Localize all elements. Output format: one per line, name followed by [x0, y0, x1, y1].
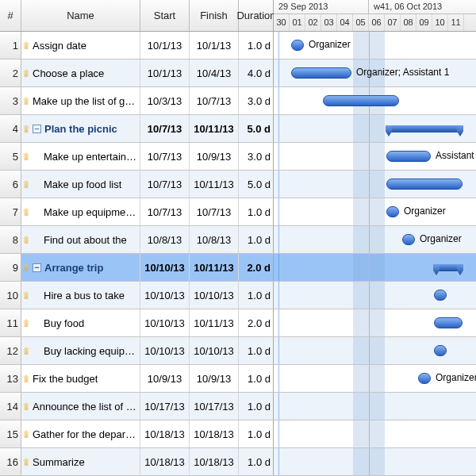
task-name-cell[interactable]: Fix the budget — [21, 365, 140, 392]
task-timeline[interactable] — [274, 393, 476, 420]
task-timeline[interactable] — [274, 420, 476, 447]
task-name-cell[interactable]: Make up equipment list — [21, 198, 140, 225]
task-start[interactable]: 10/1/13 — [140, 60, 190, 86]
task-row[interactable]: 16Summarize10/18/1310/18/131.0 d — [0, 448, 476, 476]
task-start[interactable]: 10/8/13 — [140, 226, 190, 253]
task-row[interactable]: 3Make up the list of guests10/3/1310/7/1… — [0, 87, 476, 115]
task-duration[interactable]: 5.0 d — [239, 115, 274, 142]
task-name-cell[interactable]: Make up food list — [21, 171, 140, 198]
task-row[interactable]: 6Make up food list10/7/1310/11/135.0 d — [0, 171, 476, 198]
gantt-summary-bar[interactable] — [386, 125, 463, 132]
task-timeline[interactable] — [274, 282, 476, 309]
col-header-name[interactable]: Name — [21, 0, 140, 31]
collapse-icon[interactable]: − — [33, 263, 41, 272]
task-finish[interactable]: 10/11/13 — [190, 309, 239, 336]
task-row[interactable]: 14Announce the list of the10/17/1310/17/… — [0, 393, 476, 420]
col-header-finish[interactable]: Finish — [190, 0, 239, 31]
task-duration[interactable]: 5.0 d — [239, 171, 274, 198]
task-timeline[interactable] — [274, 448, 476, 475]
task-name-cell[interactable]: Hire a bus to take — [21, 282, 140, 309]
task-finish[interactable]: 10/11/13 — [190, 254, 239, 281]
task-duration[interactable]: 1.0 d — [239, 365, 274, 392]
task-start[interactable]: 10/3/13 — [140, 87, 190, 114]
task-row[interactable]: 2Choose a place10/1/1310/4/134.0 dOrgani… — [0, 60, 476, 87]
task-row[interactable]: 4−Plan the picnic10/7/1310/11/135.0 d — [0, 115, 476, 143]
task-timeline[interactable] — [274, 254, 476, 281]
task-start[interactable]: 10/7/13 — [140, 198, 190, 225]
gantt-bar[interactable] — [386, 151, 431, 162]
task-timeline[interactable] — [274, 337, 476, 364]
task-start[interactable]: 10/10/13 — [140, 282, 190, 309]
task-timeline[interactable] — [274, 171, 476, 198]
gantt-bar[interactable] — [418, 373, 431, 384]
task-start[interactable]: 10/10/13 — [140, 309, 190, 336]
task-row[interactable]: 11Buy food10/10/1310/11/132.0 d — [0, 309, 476, 337]
task-start[interactable]: 10/17/13 — [140, 393, 190, 420]
gantt-bar[interactable] — [291, 67, 351, 79]
task-duration[interactable]: 4.0 d — [239, 60, 274, 86]
task-start[interactable]: 10/10/13 — [140, 337, 190, 364]
task-duration[interactable]: 1.0 d — [239, 226, 274, 253]
task-finish[interactable]: 10/10/13 — [190, 282, 239, 309]
task-finish[interactable]: 10/11/13 — [190, 171, 239, 198]
task-finish[interactable]: 10/11/13 — [190, 115, 239, 142]
task-timeline[interactable]: Organizer; Assistant 1 — [274, 60, 476, 86]
task-finish[interactable]: 10/8/13 — [190, 226, 239, 253]
task-name-cell[interactable]: Buy lacking equipment — [21, 337, 140, 364]
task-name-cell[interactable]: Make up the list of guests — [21, 87, 140, 114]
gantt-bar[interactable] — [434, 290, 447, 301]
task-name-cell[interactable]: −Arrange trip — [21, 254, 140, 281]
task-timeline[interactable]: Organizer — [274, 198, 476, 225]
collapse-icon[interactable]: − — [33, 125, 41, 133]
task-start[interactable]: 10/18/13 — [140, 420, 190, 447]
gantt-bar[interactable] — [386, 206, 399, 217]
task-start[interactable]: 10/1/13 — [140, 32, 190, 59]
task-finish[interactable]: 10/9/13 — [190, 365, 239, 392]
task-row[interactable]: 15Gather for the departure10/18/1310/18/… — [0, 420, 476, 448]
task-finish[interactable]: 10/7/13 — [190, 198, 239, 225]
task-duration[interactable]: 1.0 d — [239, 420, 274, 447]
task-finish[interactable]: 10/17/13 — [190, 393, 239, 420]
task-start[interactable]: 10/18/13 — [140, 448, 190, 475]
gantt-bar[interactable] — [434, 345, 447, 356]
task-timeline[interactable] — [274, 115, 476, 142]
task-name-cell[interactable]: Make up entertainment — [21, 143, 140, 170]
col-header-start[interactable]: Start — [140, 0, 190, 31]
task-duration[interactable]: 1.0 d — [239, 448, 274, 475]
task-duration[interactable]: 2.0 d — [239, 309, 274, 336]
gantt-bar[interactable] — [323, 95, 399, 106]
task-start[interactable]: 10/7/13 — [140, 143, 190, 170]
task-timeline[interactable]: Assistant — [274, 143, 476, 170]
task-row[interactable]: 5Make up entertainment10/7/1310/9/133.0 … — [0, 143, 476, 171]
task-timeline[interactable]: Organizer — [274, 365, 476, 392]
gantt-bar[interactable] — [434, 317, 463, 328]
task-duration[interactable]: 3.0 d — [239, 143, 274, 170]
task-start[interactable]: 10/10/13 — [140, 254, 190, 281]
task-duration[interactable]: 1.0 d — [239, 337, 274, 364]
task-finish[interactable]: 10/18/13 — [190, 420, 239, 447]
gantt-summary-bar[interactable] — [434, 264, 463, 271]
gantt-bar[interactable] — [402, 234, 415, 245]
task-finish[interactable]: 10/1/13 — [190, 32, 239, 59]
task-row[interactable]: 12Buy lacking equipment10/10/1310/10/131… — [0, 337, 476, 365]
task-start[interactable]: 10/7/13 — [140, 115, 190, 142]
task-name-cell[interactable]: Gather for the departure — [21, 420, 140, 447]
task-timeline[interactable]: Organizer — [274, 32, 476, 59]
task-row[interactable]: 13Fix the budget10/9/1310/9/131.0 dOrgan… — [0, 365, 476, 393]
task-name-cell[interactable]: −Plan the picnic — [21, 115, 140, 142]
task-duration[interactable]: 1.0 d — [239, 198, 274, 225]
task-finish[interactable]: 10/18/13 — [190, 448, 239, 475]
task-finish[interactable]: 10/7/13 — [190, 87, 239, 114]
task-name-cell[interactable]: Summarize — [21, 448, 140, 475]
gantt-bar[interactable] — [386, 178, 463, 190]
task-start[interactable]: 10/9/13 — [140, 365, 190, 392]
task-row[interactable]: 9−Arrange trip10/10/1310/11/132.0 d — [0, 254, 476, 282]
task-finish[interactable]: 10/9/13 — [190, 143, 239, 170]
task-name-cell[interactable]: Buy food — [21, 309, 140, 336]
col-header-number[interactable]: # — [0, 0, 21, 31]
task-duration[interactable]: 1.0 d — [239, 32, 274, 59]
task-name-cell[interactable]: Choose a place — [21, 60, 140, 86]
task-timeline[interactable] — [274, 309, 476, 336]
task-timeline[interactable]: Organizer — [274, 226, 476, 253]
task-finish[interactable]: 10/10/13 — [190, 337, 239, 364]
